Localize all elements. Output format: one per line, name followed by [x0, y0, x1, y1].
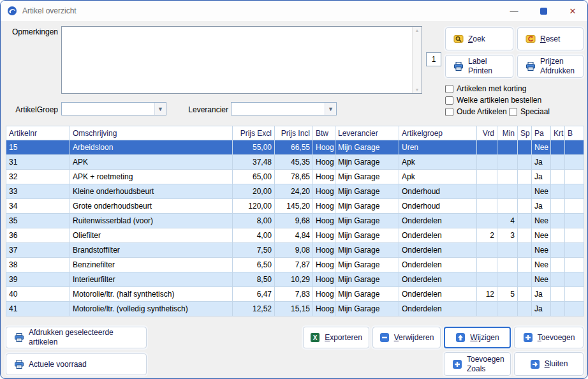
- exporteren-button[interactable]: X Exporteren: [303, 327, 369, 348]
- minus-icon: [379, 332, 390, 343]
- reset-button-label: Reset: [540, 34, 560, 44]
- table-cell: 12: [477, 287, 497, 302]
- zoek-button[interactable]: Zoek: [445, 27, 513, 50]
- table-cell: 120,00: [233, 199, 275, 214]
- table-cell: Onderdelen: [399, 287, 477, 302]
- table-row[interactable]: 38Benzinefilter6,507,87HoogMijn GarageOn…: [6, 258, 584, 272]
- opmerkingen-label: Opmerkingen: [12, 27, 58, 36]
- table-row[interactable]: 40Motorolie/ltr. (half synthetisch)6,477…: [6, 287, 584, 302]
- table-cell: Mijn Garage: [335, 155, 399, 170]
- table-row[interactable]: 36Oliefilter4,004,84HoogMijn GarageOnder…: [6, 228, 584, 243]
- table-cell: [565, 155, 584, 170]
- table-cell: Hoog: [313, 243, 335, 258]
- table-cell: [497, 184, 518, 199]
- table-row[interactable]: 33Kleine onderhoudsbeurt20,0024,20HoogMi…: [6, 184, 584, 199]
- reset-button[interactable]: Reset: [517, 27, 584, 50]
- table-cell: Hoog: [313, 199, 335, 214]
- table-cell: 78,65: [275, 170, 313, 184]
- table-cell: 145,20: [275, 199, 313, 214]
- column-header[interactable]: Vrd: [477, 126, 497, 140]
- table-row[interactable]: 35Ruitenwisserblad (voor)8,009,68HoogMij…: [6, 214, 584, 228]
- actuele-voorraad-button-label: Actuele voorraad: [29, 360, 87, 369]
- printer-icon: [453, 61, 464, 71]
- wijzigen-button[interactable]: Wijzigen: [444, 327, 511, 348]
- table-cell: Ruitenwisserblad (voor): [70, 214, 233, 228]
- column-header[interactable]: Btw: [313, 126, 335, 140]
- table-row[interactable]: 15Arbeidsloon55,0066,55HoogMijn GarageUr…: [6, 140, 584, 155]
- column-header[interactable]: Omschrijving: [70, 126, 233, 140]
- column-header[interactable]: Artikelnr: [6, 126, 70, 140]
- column-header[interactable]: Prijs Excl: [233, 126, 275, 140]
- actuele-voorraad-button[interactable]: Actuele voorraad: [6, 353, 147, 375]
- opmerkingen-textarea[interactable]: [61, 26, 422, 94]
- table-cell: Mijn Garage: [335, 302, 399, 316]
- table-cell: Benzinefilter: [70, 258, 233, 272]
- printer-icon: [526, 61, 536, 71]
- column-header[interactable]: B: [565, 126, 584, 140]
- checkbox-icon[interactable]: [509, 108, 517, 116]
- sluiten-button[interactable]: Sluiten: [514, 352, 584, 376]
- table-cell: [551, 155, 565, 170]
- table-cell: [551, 184, 565, 199]
- checkbox-icon[interactable]: [445, 96, 453, 105]
- minimize-button[interactable]: —: [499, 1, 529, 21]
- label-count-field[interactable]: 1: [426, 52, 441, 66]
- checkbox-icon[interactable]: [445, 85, 453, 93]
- svg-text:X: X: [313, 334, 318, 341]
- table-row[interactable]: 37Brandstoffilter7,509,08HoogMijn Garage…: [6, 243, 584, 258]
- verwijderen-button[interactable]: Verwijderen: [372, 327, 441, 348]
- table-cell: Nee: [532, 228, 551, 243]
- table-row[interactable]: 39Interieurfilter8,5010,29HoogMijn Garag…: [6, 272, 584, 287]
- column-header[interactable]: Prijs Incl: [275, 126, 313, 140]
- table-cell: 3: [497, 228, 518, 243]
- table-cell: 66,55: [275, 140, 313, 155]
- table-row[interactable]: 32APK + roetmeting65,0078,65HoogMijn Gar…: [6, 170, 584, 184]
- afdrukken-geselecteerde-button[interactable]: Afdrukken geselecteerde artikelen: [6, 327, 147, 348]
- table-cell: APK + roetmeting: [70, 170, 233, 184]
- chevron-down-icon[interactable]: ▼: [325, 103, 336, 115]
- table-cell: [565, 140, 584, 155]
- column-header[interactable]: Pa: [532, 126, 551, 140]
- table-cell: Oliefilter: [70, 228, 233, 243]
- table-cell: Hoog: [313, 184, 335, 199]
- table-cell: [518, 243, 532, 258]
- table-cell: 6,50: [233, 258, 275, 272]
- column-header[interactable]: Min: [497, 126, 518, 140]
- table-cell: [518, 287, 532, 302]
- artikelgroep-combobox[interactable]: ▼: [61, 102, 166, 115]
- prijzen-afdrukken-button[interactable]: Prijzen Afdrukken: [517, 55, 584, 78]
- table-cell: Ja: [532, 155, 551, 170]
- checkbox-welke-artikelen-bestellen[interactable]: Welke artikelen bestellen: [445, 96, 541, 105]
- chevron-down-icon[interactable]: ▼: [154, 103, 166, 115]
- maximize-button[interactable]: [529, 1, 558, 21]
- checkbox-speciaal[interactable]: Speciaal: [509, 107, 550, 116]
- column-header[interactable]: Leverancier: [335, 126, 399, 140]
- checkbox-icon[interactable]: [445, 108, 453, 116]
- table-cell: [551, 272, 565, 287]
- table-cell: [477, 184, 497, 199]
- table-cell: [497, 243, 518, 258]
- close-button[interactable]: ✕: [558, 1, 587, 21]
- label-printen-button[interactable]: Label Printen: [445, 55, 513, 78]
- checkbox-oude-artikelen[interactable]: Oude Artikelen: [445, 107, 507, 116]
- table-cell: [551, 228, 565, 243]
- wijzigen-button-label: Wijzigen: [470, 333, 499, 343]
- table-cell: 20,00: [233, 184, 275, 199]
- toevoegen-button[interactable]: Toevoegen: [514, 327, 584, 348]
- label-printen-button-label: Label Printen: [468, 57, 504, 76]
- table-row[interactable]: 31APK37,4845,35HoogMijn GarageApkJa: [6, 155, 584, 170]
- leverancier-combobox[interactable]: ▼: [231, 102, 337, 115]
- table-row[interactable]: 41Motorolie/ltr. (volledig synthetisch)1…: [6, 302, 584, 316]
- exporteren-button-label: Exporteren: [325, 333, 362, 343]
- table-cell: [565, 272, 584, 287]
- checkbox-artikelen-met-korting[interactable]: Artikelen met korting: [445, 84, 526, 93]
- table-cell: Kleine onderhoudsbeurt: [70, 184, 233, 199]
- table-cell: 8,50: [233, 272, 275, 287]
- column-header[interactable]: Artikelgroep: [399, 126, 477, 140]
- table-cell: 34: [6, 199, 70, 214]
- toevoegen-zoals-button[interactable]: Toevoegen Zoals: [444, 352, 511, 376]
- column-header[interactable]: Sp: [518, 126, 532, 140]
- table-cell: Nee: [532, 258, 551, 272]
- table-row[interactable]: 34Grote onderhoudsbeurt120,00145,20HoogM…: [6, 199, 584, 214]
- column-header[interactable]: Krt: [551, 126, 565, 140]
